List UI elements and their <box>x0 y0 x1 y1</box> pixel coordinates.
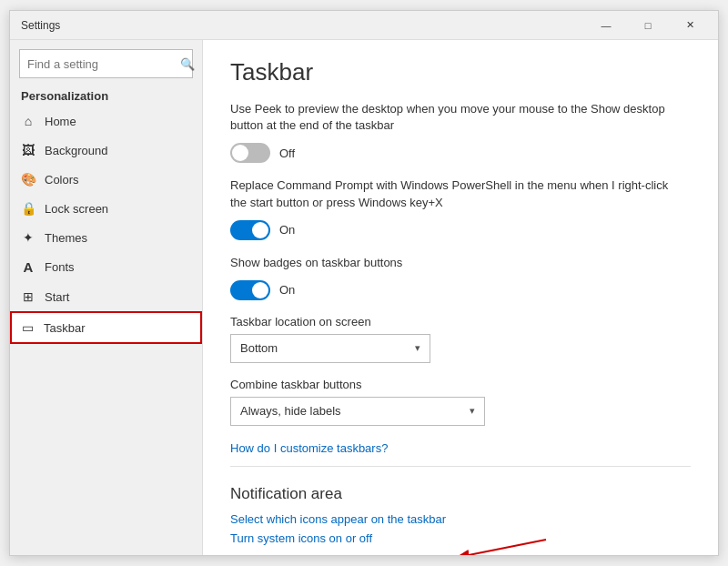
badges-toggle-label: On <box>279 283 295 297</box>
powershell-toggle[interactable] <box>230 220 270 240</box>
location-label: Taskbar location on screen <box>230 315 691 328</box>
chevron-down-icon: ▾ <box>470 405 475 417</box>
location-dropdown[interactable]: Bottom ▾ <box>230 334 430 363</box>
window-title: Settings <box>21 19 60 32</box>
sidebar-item-start[interactable]: ⊞ Start <box>10 282 202 311</box>
sidebar-item-label: Themes <box>45 231 87 245</box>
peek-toggle-row: Off <box>230 143 691 163</box>
search-icon: 🔍 <box>180 57 195 71</box>
combine-label: Combine taskbar buttons <box>230 378 691 391</box>
home-icon: ⌂ <box>21 114 35 128</box>
powershell-toggle-label: On <box>279 223 295 237</box>
badges-toggle-row: On <box>230 280 691 300</box>
search-input[interactable] <box>27 57 180 71</box>
powershell-toggle-knob <box>252 222 268 238</box>
sidebar-item-label: Fonts <box>45 260 75 274</box>
combine-value: Always, hide labels <box>240 404 341 418</box>
notification-section-header: Notification area <box>230 485 691 503</box>
sidebar-item-label: Background <box>45 144 107 157</box>
sidebar-item-colors[interactable]: 🎨 Colors <box>10 165 202 194</box>
badges-desc: Show badges on taskbar buttons <box>230 255 685 271</box>
svg-line-1 <box>455 540 546 555</box>
combine-dropdown-row: Combine taskbar buttons Always, hide lab… <box>230 378 691 426</box>
location-dropdown-row: Taskbar location on screen Bottom ▾ <box>230 315 691 363</box>
peek-desc: Use Peek to preview the desktop when you… <box>230 101 685 134</box>
maximize-button[interactable]: □ <box>627 11 669 40</box>
customize-link[interactable]: How do I customize taskbars? <box>230 441 388 455</box>
notification-link2[interactable]: Turn system icons on or off <box>230 531 446 545</box>
lock-icon: 🔒 <box>21 201 35 216</box>
sidebar-item-fonts[interactable]: A Fonts <box>10 252 202 282</box>
sidebar-item-home[interactable]: ⌂ Home <box>10 106 202 136</box>
window-controls: — □ ✕ <box>585 11 711 40</box>
peek-toggle-knob <box>232 145 248 161</box>
minimize-button[interactable]: — <box>585 11 627 40</box>
combine-dropdown[interactable]: Always, hide labels ▾ <box>230 397 485 426</box>
main-content: Taskbar Use Peek to preview the desktop … <box>203 40 718 555</box>
sidebar-item-label: Colors <box>45 173 79 187</box>
peek-toggle[interactable] <box>230 143 270 163</box>
arrow-annotation <box>446 531 555 555</box>
sidebar-item-taskbar[interactable]: ▭ Taskbar <box>10 311 202 344</box>
start-icon: ⊞ <box>21 289 35 304</box>
peek-toggle-label: Off <box>279 147 295 160</box>
settings-window: Settings — □ ✕ 🔍 Personalization ⌂ Home … <box>9 10 719 556</box>
divider-1 <box>230 466 691 467</box>
chevron-down-icon: ▾ <box>415 342 420 354</box>
powershell-desc: Replace Command Prompt with Windows Powe… <box>230 177 685 210</box>
search-box[interactable]: 🔍 <box>19 49 193 78</box>
themes-icon: ✦ <box>21 230 35 245</box>
close-button[interactable]: ✕ <box>669 11 711 40</box>
titlebar: Settings — □ ✕ <box>10 11 718 40</box>
location-value: Bottom <box>240 341 278 355</box>
sidebar-section-title: Personalization <box>10 84 202 106</box>
notification-links-container: Select which icons appear on the taskbar… <box>230 512 446 549</box>
sidebar: 🔍 Personalization ⌂ Home 🖼 Background 🎨 … <box>10 40 203 555</box>
sidebar-item-label: Taskbar <box>44 321 86 335</box>
sidebar-item-themes[interactable]: ✦ Themes <box>10 223 202 252</box>
page-title: Taskbar <box>230 58 691 86</box>
content-area: 🔍 Personalization ⌂ Home 🖼 Background 🎨 … <box>10 40 718 555</box>
badges-toggle[interactable] <box>230 280 270 300</box>
notification-link1[interactable]: Select which icons appear on the taskbar <box>230 512 446 526</box>
badges-toggle-knob <box>252 282 268 298</box>
fonts-icon: A <box>21 259 35 275</box>
sidebar-item-label: Start <box>45 290 69 304</box>
sidebar-item-label: Lock screen <box>45 202 108 216</box>
sidebar-item-lock-screen[interactable]: 🔒 Lock screen <box>10 194 202 223</box>
powershell-toggle-row: On <box>230 220 691 240</box>
taskbar-icon: ▭ <box>20 320 35 335</box>
colors-icon: 🎨 <box>21 172 35 187</box>
background-icon: 🖼 <box>21 143 35 157</box>
sidebar-item-label: Home <box>45 115 76 128</box>
sidebar-item-background[interactable]: 🖼 Background <box>10 136 202 165</box>
